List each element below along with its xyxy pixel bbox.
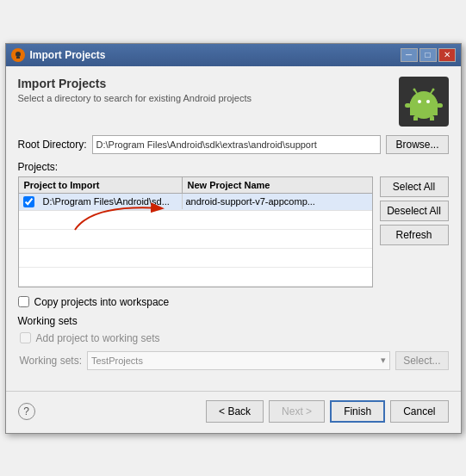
dialog-footer: ? < Back Next > Finish Cancel [6, 391, 461, 433]
svg-rect-14 [405, 103, 411, 108]
working-sets-checkbox-row: Add project to working sets [18, 332, 449, 344]
table-row-empty [19, 230, 372, 249]
svg-rect-12 [413, 115, 418, 121]
row-name-cell: android-support-v7-appcomp... [183, 194, 372, 209]
dialog-subtitle: Select a directory to search for existin… [18, 93, 252, 103]
copy-projects-label: Copy projects into workspace [34, 296, 170, 308]
row-name-text: android-support-v7-appcomp... [186, 196, 315, 207]
header-text: Import Projects Select a directory to se… [18, 77, 252, 103]
close-button[interactable]: ✕ [438, 48, 456, 62]
footer-right: < Back Next > Finish Cancel [206, 400, 448, 423]
table-row[interactable]: D:\Program Files\Android\sd... android-s… [19, 194, 372, 211]
working-sets-label: Working sets: [20, 355, 82, 367]
table-row-empty [19, 268, 372, 287]
window-title: Import Projects [30, 49, 106, 61]
side-buttons: Select All Deselect All Refresh [380, 176, 449, 287]
svg-point-7 [413, 88, 415, 90]
next-button[interactable]: Next > [269, 400, 325, 423]
table-header: Project to Import New Project Name [19, 177, 372, 194]
title-bar-left: Import Projects [11, 48, 106, 62]
svg-point-11 [426, 100, 430, 103]
svg-point-10 [418, 100, 421, 103]
copy-projects-checkbox[interactable] [18, 296, 29, 307]
help-button[interactable]: ? [18, 403, 35, 420]
cancel-button[interactable]: Cancel [390, 400, 448, 423]
root-dir-input[interactable] [92, 135, 382, 154]
svg-rect-15 [437, 103, 443, 108]
back-button[interactable]: < Back [206, 400, 264, 423]
working-sets-value: TestProjects [91, 355, 143, 366]
row-checkbox[interactable] [23, 196, 34, 207]
refresh-button[interactable]: Refresh [380, 225, 449, 245]
finish-button[interactable]: Finish [330, 400, 385, 423]
root-dir-label: Root Directory: [18, 139, 87, 151]
deselect-all-button[interactable]: Deselect All [380, 201, 449, 221]
help-icon-symbol: ? [23, 405, 29, 417]
browse-button[interactable]: Browse... [386, 135, 448, 154]
maximize-button[interactable]: □ [419, 48, 437, 62]
title-bar: Import Projects ─ □ ✕ [6, 44, 461, 66]
combo-chevron-icon: ▾ [381, 355, 386, 366]
select-all-button[interactable]: Select All [380, 176, 449, 197]
row-checkbox-cell [19, 194, 40, 210]
working-sets-combo[interactable]: TestProjects ▾ [87, 351, 390, 370]
android-logo [399, 77, 449, 127]
projects-table: Project to Import New Project Name D:\Pr… [18, 176, 373, 287]
import-projects-window: Import Projects ─ □ ✕ Import Projects Se… [5, 43, 462, 434]
col-name-header: New Project Name [183, 177, 372, 193]
table-row-empty [19, 249, 372, 268]
svg-rect-5 [410, 108, 438, 115]
dialog-title: Import Projects [18, 77, 252, 90]
col-project-header: Project to Import [19, 177, 183, 193]
working-sets-select-row: Working sets: TestProjects ▾ Select... [18, 351, 449, 370]
svg-rect-13 [430, 115, 434, 121]
minimize-button[interactable]: ─ [401, 48, 418, 62]
projects-label: Projects: [18, 161, 449, 173]
footer-left: ? [18, 403, 35, 420]
title-bar-controls: ─ □ ✕ [401, 48, 456, 62]
header-section: Import Projects Select a directory to se… [18, 77, 449, 127]
select-working-sets-button[interactable]: Select... [395, 351, 448, 370]
table-body: D:\Program Files\Android\sd... android-s… [19, 194, 372, 287]
svg-rect-2 [16, 57, 20, 59]
table-row-empty [19, 211, 372, 230]
copy-projects-row: Copy projects into workspace [18, 296, 449, 308]
row-path-cell: D:\Program Files\Android\sd... [40, 194, 183, 209]
svg-point-1 [16, 52, 21, 57]
add-to-working-sets-label: Add project to working sets [36, 332, 160, 344]
root-dir-row: Root Directory: Browse... [18, 135, 449, 154]
window-icon [11, 48, 25, 62]
projects-area: Project to Import New Project Name D:\Pr… [18, 176, 449, 287]
svg-point-9 [432, 88, 434, 90]
dialog-content: Import Projects Select a directory to se… [6, 66, 461, 380]
add-to-working-sets-checkbox[interactable] [20, 332, 31, 343]
working-sets-section-label: Working sets [18, 315, 449, 327]
